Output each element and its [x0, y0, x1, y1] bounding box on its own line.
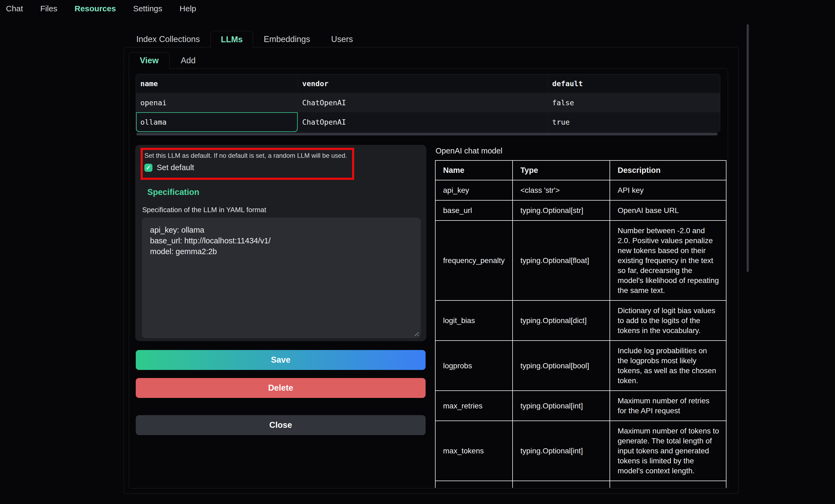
model-row-clipped: [435, 481, 726, 488]
specification-description: Specification of the LLM in YAML format: [142, 206, 266, 214]
model-cell-logit-bias-description: Dictionary of logit bias values to add t…: [610, 300, 726, 341]
llm-cell-openai-default[interactable]: false: [548, 93, 720, 112]
model-params-panel: NameTypeDescriptionapi_key<class 'str'>A…: [435, 160, 727, 488]
llm-cell-openai-vendor[interactable]: ChatOpenAI: [298, 93, 548, 112]
llm-cell-ollama-name[interactable]: ollama: [136, 112, 298, 132]
model-cell-logit-bias-name: logit_bias: [435, 300, 513, 341]
model-cell-frequency-penalty-type: typing.Optional[float]: [513, 220, 610, 300]
textarea-resize-grip[interactable]: [414, 332, 419, 336]
nav-item-chat[interactable]: Chat: [6, 4, 23, 13]
model-params-table: NameTypeDescriptionapi_key<class 'str'>A…: [435, 160, 727, 488]
set-default-label: Set default: [157, 163, 194, 172]
tab-llms[interactable]: LLMs: [210, 31, 253, 48]
model-cell-frequency-penalty-name: frequency_penalty: [435, 220, 513, 300]
yaml-editor[interactable]: api_key: ollama base_url: http://localho…: [142, 217, 421, 338]
tab-index-collections[interactable]: Index Collections: [126, 31, 210, 48]
model-cell-max-tokens-type: typing.Optional[int]: [513, 421, 610, 481]
model-cell-base-url-type: typing.Optional[str]: [513, 200, 610, 220]
app-root: ChatFilesResourcesSettingsHelp Index Col…: [0, 0, 835, 504]
nav-item-settings[interactable]: Settings: [133, 4, 162, 13]
model-row-max-retries: max_retriestyping.Optional[int]Maximum n…: [435, 391, 726, 421]
save-button[interactable]: Save: [136, 350, 426, 370]
model-cell-max-retries-type: typing.Optional[int]: [513, 391, 610, 421]
model-cell-logprobs-name: logprobs: [435, 341, 513, 391]
vertical-scrollbar[interactable]: [747, 24, 749, 272]
model-cell-clipped: [435, 481, 513, 488]
yaml-editor-content[interactable]: api_key: ollama base_url: http://localho…: [142, 217, 421, 264]
model-cell-clipped: [610, 481, 726, 488]
set-default-checkbox[interactable]: ✓: [144, 164, 152, 172]
model-row-base-url: base_urltyping.Optional[str]OpenAI base …: [435, 200, 726, 220]
tab-embeddings[interactable]: Embeddings: [253, 31, 321, 48]
nav-item-help[interactable]: Help: [180, 4, 196, 13]
model-row-max-tokens: max_tokenstyping.Optional[int]Maximum nu…: [435, 421, 726, 481]
model-row-frequency-penalty: frequency_penaltytyping.Optional[float]N…: [435, 220, 726, 300]
model-table-header-name: Name: [435, 161, 513, 180]
set-default-row[interactable]: ✓ Set default: [144, 163, 352, 172]
model-cell-base-url-description: OpenAI base URL: [610, 200, 726, 220]
model-cell-clipped: [513, 481, 610, 488]
model-cell-max-tokens-name: max_tokens: [435, 421, 513, 481]
model-cell-frequency-penalty-description: Number between -2.0 and 2.0. Positive va…: [610, 220, 726, 300]
model-row-logprobs: logprobstyping.Optional[bool]Include log…: [435, 341, 726, 391]
resource-tabs: Index CollectionsLLMsEmbeddingsUsers: [126, 31, 363, 48]
model-cell-logprobs-type: typing.Optional[bool]: [513, 341, 610, 391]
horizontal-scrollbar[interactable]: [136, 133, 717, 135]
llm-table-header-default: default: [548, 74, 720, 93]
llm-table-header-vendor: vendor: [298, 74, 548, 93]
model-cell-max-retries-description: Maximum number of retries for the API re…: [610, 391, 726, 421]
delete-button[interactable]: Delete: [136, 378, 426, 398]
subtab-add[interactable]: Add: [170, 52, 207, 69]
model-cell-logit-bias-type: typing.Optional[dict]: [513, 300, 610, 341]
annotation-red-box: Set this LLM as default. If no default i…: [141, 148, 354, 180]
set-default-hint: Set this LLM as default. If no default i…: [144, 152, 352, 160]
model-cell-max-tokens-description: Maximum number of tokens to generate. Th…: [610, 421, 726, 481]
model-table-header-row: NameTypeDescription: [435, 161, 726, 180]
nav-item-files[interactable]: Files: [40, 4, 57, 13]
llm-detail-card: Set this LLM as default. If no default i…: [135, 145, 426, 341]
tab-users[interactable]: Users: [321, 31, 363, 48]
model-table-header-description: Description: [610, 161, 726, 180]
model-cell-api-key-type: <class 'str'>: [513, 180, 610, 200]
close-button[interactable]: Close: [136, 415, 426, 435]
model-cell-max-retries-name: max_retries: [435, 391, 513, 421]
model-cell-api-key-description: API key: [610, 180, 726, 200]
llm-table: namevendordefaultopenaiChatOpenAIfalseol…: [136, 74, 720, 132]
llm-table-header-row: namevendordefault: [136, 74, 720, 93]
specification-heading: Specification: [147, 187, 199, 197]
llm-table-header-name: name: [136, 74, 298, 93]
model-row-logit-bias: logit_biastyping.Optional[dict]Dictionar…: [435, 300, 726, 341]
model-panel-title: OpenAI chat model: [435, 146, 502, 155]
model-table-header-type: Type: [513, 161, 610, 180]
model-cell-api-key-name: api_key: [435, 180, 513, 200]
llm-row-openai[interactable]: openaiChatOpenAIfalse: [136, 93, 720, 112]
nav-item-resources[interactable]: Resources: [75, 4, 116, 13]
checkmark-icon: ✓: [146, 165, 151, 171]
llm-cell-ollama-vendor[interactable]: ChatOpenAI: [298, 112, 548, 132]
llm-row-ollama[interactable]: ollamaChatOpenAItrue: [136, 112, 720, 132]
subtab-view[interactable]: View: [129, 52, 170, 69]
top-nav: ChatFilesResourcesSettingsHelp: [6, 0, 196, 17]
model-cell-base-url-name: base_url: [435, 200, 513, 220]
llm-cell-openai-name[interactable]: openai: [136, 93, 298, 112]
llm-cell-ollama-default[interactable]: true: [548, 112, 720, 132]
model-cell-logprobs-description: Include log probabilities on the logprob…: [610, 341, 726, 391]
llms-subtabs: ViewAdd: [129, 52, 207, 69]
model-row-api-key: api_key<class 'str'>API key: [435, 180, 726, 200]
